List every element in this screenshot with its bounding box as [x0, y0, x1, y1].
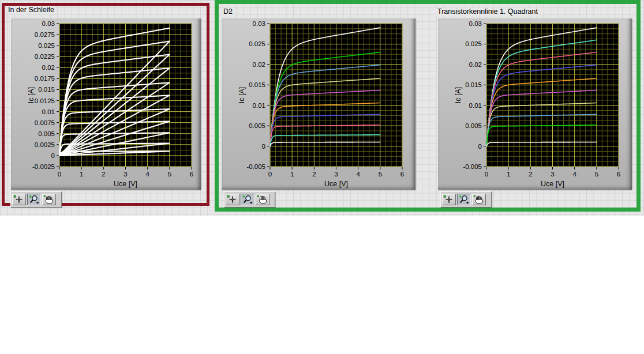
cursor-tool-button[interactable] — [442, 194, 456, 205]
svg-text:-0.005: -0.005 — [246, 163, 265, 170]
svg-text:0: 0 — [51, 152, 55, 159]
svg-text:6: 6 — [617, 171, 620, 178]
svg-text:5: 5 — [379, 171, 382, 178]
svg-text:Uce [V]: Uce [V] — [541, 180, 564, 188]
waveform-graph-d2[interactable]: 0.030.0250.020.0150.010.0050-0.005012345… — [221, 18, 415, 190]
svg-text:Ic [A]: Ic [A] — [27, 87, 35, 103]
magnifier-zoom-icon — [458, 195, 470, 204]
graph-palette-left — [10, 191, 62, 208]
pan-tool-button[interactable] — [472, 194, 486, 205]
svg-text:-0.0025: -0.0025 — [32, 163, 55, 170]
svg-text:0.03: 0.03 — [42, 20, 55, 27]
svg-text:Ic [A]: Ic [A] — [454, 87, 462, 103]
svg-text:1: 1 — [80, 171, 83, 178]
svg-text:0.01: 0.01 — [469, 102, 482, 109]
svg-text:0.025: 0.025 — [465, 40, 482, 47]
svg-text:0.01: 0.01 — [42, 108, 55, 115]
svg-text:0.02: 0.02 — [469, 61, 482, 68]
svg-text:0.025: 0.025 — [249, 40, 265, 47]
svg-text:0.005: 0.005 — [249, 122, 265, 129]
pan-hand-icon — [43, 195, 55, 204]
waveform-graph-in-der-schleife[interactable]: 0.030.02750.0250.02250.020.01750.0150.01… — [10, 18, 201, 190]
svg-text:0: 0 — [262, 143, 265, 150]
svg-text:4: 4 — [572, 171, 576, 178]
svg-text:0.0275: 0.0275 — [35, 31, 55, 38]
graph-palette-right — [440, 191, 492, 208]
zoom-tool-button[interactable] — [27, 194, 41, 205]
zoom-tool-button[interactable] — [241, 194, 254, 205]
svg-text:5: 5 — [595, 171, 598, 178]
crosshair-icon — [227, 195, 238, 204]
svg-text:3: 3 — [551, 171, 554, 178]
crosshair-icon — [13, 195, 25, 204]
svg-text:0.0025: 0.0025 — [35, 141, 55, 148]
graph-palette-middle — [224, 191, 275, 208]
svg-text:-0.005: -0.005 — [463, 163, 482, 170]
svg-text:0.005: 0.005 — [465, 122, 482, 129]
svg-text:Uce [V]: Uce [V] — [114, 180, 137, 188]
svg-text:3: 3 — [334, 171, 338, 178]
cursor-tool-button[interactable] — [226, 194, 239, 205]
svg-text:4: 4 — [356, 171, 360, 178]
svg-text:1: 1 — [507, 171, 510, 178]
plot-area[interactable]: 0.030.0250.020.0150.010.0050-0.005012345… — [221, 18, 415, 190]
svg-text:3: 3 — [123, 171, 127, 178]
plot-area[interactable]: 0.030.02750.0250.02250.020.01750.0150.01… — [10, 18, 201, 190]
svg-text:0.015: 0.015 — [38, 86, 55, 93]
svg-text:0.0125: 0.0125 — [35, 97, 55, 104]
graph-title-d2: D2 — [222, 7, 234, 16]
svg-text:0.02: 0.02 — [42, 64, 55, 71]
svg-text:0: 0 — [478, 143, 482, 150]
pan-tool-button[interactable] — [42, 194, 56, 205]
svg-text:6: 6 — [400, 171, 404, 178]
svg-text:6: 6 — [190, 171, 193, 178]
svg-text:0.0225: 0.0225 — [35, 53, 55, 60]
pan-hand-icon — [257, 195, 268, 204]
svg-text:Uce [V]: Uce [V] — [324, 180, 348, 188]
svg-text:0.015: 0.015 — [249, 81, 265, 88]
labview-front-panel: In der Schleife D2 Transistorkennlinie 1… — [0, 0, 644, 354]
svg-text:0.01: 0.01 — [253, 102, 265, 109]
svg-text:1: 1 — [290, 171, 294, 178]
svg-text:2: 2 — [529, 171, 532, 178]
magnifier-zoom-icon — [242, 195, 253, 204]
svg-text:0.0075: 0.0075 — [35, 119, 55, 126]
svg-text:Ic [A]: Ic [A] — [238, 87, 246, 103]
svg-text:0.0175: 0.0175 — [35, 75, 55, 82]
pan-tool-button[interactable] — [256, 194, 269, 205]
svg-text:0.02: 0.02 — [253, 61, 265, 68]
svg-text:0.015: 0.015 — [465, 81, 482, 88]
waveform-graph-transistorkennlinie[interactable]: 0.030.0250.020.0150.010.0050-0.005012345… — [437, 18, 632, 190]
cursor-tool-button[interactable] — [12, 194, 26, 205]
svg-text:0.005: 0.005 — [38, 130, 55, 137]
plot-area[interactable]: 0.030.0250.020.0150.010.0050-0.005012345… — [437, 18, 632, 190]
svg-text:0.03: 0.03 — [469, 20, 482, 27]
graph-title-in-der-schleife: In der Schleife — [7, 6, 55, 14]
svg-text:5: 5 — [168, 171, 171, 178]
graph-title-transistorkennlinie: Transistorkennlinie 1. Quadrant — [436, 7, 539, 16]
zoom-tool-button[interactable] — [457, 194, 471, 205]
svg-text:0.025: 0.025 — [38, 42, 55, 49]
svg-text:2: 2 — [312, 171, 316, 178]
svg-text:0: 0 — [268, 171, 272, 178]
svg-text:0: 0 — [485, 171, 488, 178]
svg-text:4: 4 — [145, 171, 149, 178]
pan-hand-icon — [473, 195, 485, 204]
svg-text:0: 0 — [58, 171, 61, 178]
crosshair-icon — [443, 195, 455, 204]
svg-text:2: 2 — [102, 171, 105, 178]
magnifier-zoom-icon — [28, 195, 40, 204]
svg-text:0.03: 0.03 — [253, 20, 265, 27]
